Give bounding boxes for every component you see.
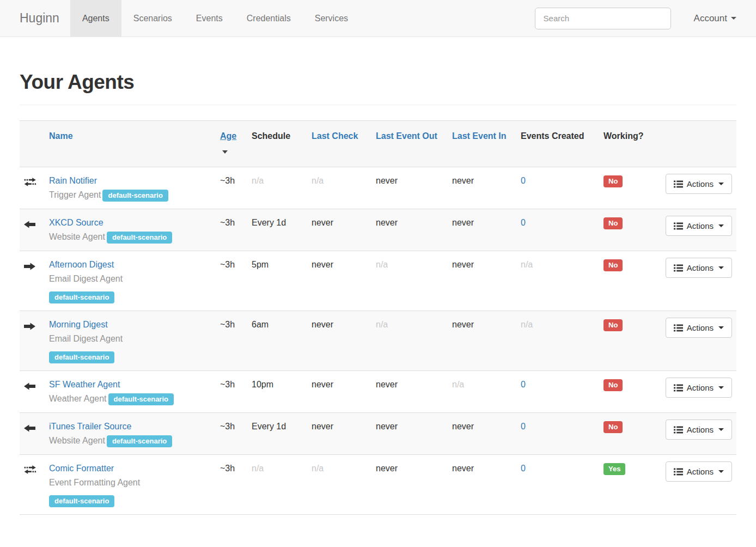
last-event-in-value: never xyxy=(452,422,474,431)
table-header-row: Name Age Schedule Last Check Last Event … xyxy=(20,121,736,167)
chevron-down-icon xyxy=(718,224,724,227)
events-created-value: n/a xyxy=(521,260,533,269)
main-nav: Agents Scenarios Events Credentials Serv… xyxy=(70,0,360,37)
working-status-badge: No xyxy=(603,259,623,271)
schedule-value: 6am xyxy=(252,320,269,329)
last-event-out-value: never xyxy=(376,176,398,185)
agent-type-label: Email Digest Agent xyxy=(49,334,123,343)
actions-button[interactable]: Actions xyxy=(666,420,732,440)
agent-name-link[interactable]: Afternoon Digest xyxy=(49,260,114,269)
arrow-right-icon xyxy=(24,320,35,335)
scenario-badge[interactable]: default-scenario xyxy=(102,190,168,202)
last-event-in-value: never xyxy=(452,464,474,473)
last-event-out-value: never xyxy=(376,218,398,227)
chevron-down-icon xyxy=(718,428,724,431)
actions-button[interactable]: Actions xyxy=(666,378,732,398)
agent-type-label: Website Agent xyxy=(49,436,105,445)
events-created-value: n/a xyxy=(521,320,533,329)
actions-button[interactable]: Actions xyxy=(666,174,732,194)
actions-button[interactable]: Actions xyxy=(666,461,732,482)
schedule-value: 5pm xyxy=(252,260,269,269)
arrow-left-icon xyxy=(24,380,35,394)
working-status-badge: Yes xyxy=(603,463,625,475)
agent-name-link[interactable]: XKCD Source xyxy=(49,218,103,227)
table-row: iTunes Trailer Source Website Agentdefau… xyxy=(20,413,736,455)
age-value: ~3h xyxy=(220,422,235,431)
events-created-value[interactable]: 0 xyxy=(521,422,526,431)
actions-button-label: Actions xyxy=(687,221,714,230)
events-created-value[interactable]: 0 xyxy=(521,176,526,185)
last-check-value: never xyxy=(312,380,333,389)
sort-age-link[interactable]: Age xyxy=(220,131,236,141)
agent-name-link[interactable]: iTunes Trailer Source xyxy=(49,422,131,431)
list-icon xyxy=(674,180,683,188)
agent-name-link[interactable]: Comic Formatter xyxy=(49,464,114,473)
age-value: ~3h xyxy=(220,464,235,473)
events-created-value[interactable]: 0 xyxy=(521,218,526,227)
table-row: XKCD Source Website Agentdefault-scenari… xyxy=(20,209,736,251)
nav-item-agents[interactable]: Agents xyxy=(70,0,121,37)
page-title: Your Agents xyxy=(20,71,736,105)
list-icon xyxy=(674,384,683,392)
age-value: ~3h xyxy=(220,260,235,269)
agent-name-link[interactable]: Morning Digest xyxy=(49,320,108,329)
sort-last-event-in-link[interactable]: Last Event In xyxy=(452,131,507,141)
table-row: Morning Digest Email Digest Agentdefault… xyxy=(20,311,736,371)
sort-last-event-out-link[interactable]: Last Event Out xyxy=(376,131,437,141)
table-row: Comic Formatter Event Formatting Agentde… xyxy=(20,455,736,515)
search-input[interactable] xyxy=(535,8,671,29)
arrow-right-icon xyxy=(24,260,35,275)
scenario-badge[interactable]: default-scenario xyxy=(108,393,174,405)
nav-item-events[interactable]: Events xyxy=(184,0,235,37)
age-value: ~3h xyxy=(220,218,235,227)
last-event-out-value: n/a xyxy=(376,260,388,269)
last-event-in-value: never xyxy=(452,320,474,329)
last-event-out-value: never xyxy=(376,380,398,389)
list-icon xyxy=(674,468,683,476)
last-check-value: never xyxy=(312,422,333,431)
account-dropdown[interactable]: Account xyxy=(694,13,736,24)
header-name: Name xyxy=(45,121,216,167)
nav-item-services[interactable]: Services xyxy=(303,0,360,37)
nav-item-scenarios[interactable]: Scenarios xyxy=(121,0,184,37)
account-label: Account xyxy=(694,13,727,24)
scenario-badge[interactable]: default-scenario xyxy=(107,435,172,447)
sort-last-check-link[interactable]: Last Check xyxy=(312,131,358,141)
table-row: Rain Notifier Trigger Agentdefault-scena… xyxy=(20,167,736,209)
last-event-out-value: never xyxy=(376,464,398,473)
actions-button[interactable]: Actions xyxy=(666,216,732,236)
agent-name-link[interactable]: Rain Notifier xyxy=(49,176,97,185)
transfer-icon xyxy=(24,464,36,478)
age-value: ~3h xyxy=(220,176,235,185)
actions-button[interactable]: Actions xyxy=(666,318,732,338)
age-value: ~3h xyxy=(220,320,235,329)
agent-type-label: Event Formatting Agent xyxy=(49,478,140,487)
scenario-badge[interactable]: default-scenario xyxy=(49,291,114,303)
agent-name-link[interactable]: SF Weather Agent xyxy=(49,380,120,389)
schedule-value: Every 1d xyxy=(252,218,286,227)
sort-name-link[interactable]: Name xyxy=(49,131,73,141)
actions-button-label: Actions xyxy=(687,263,714,272)
agent-type-label: Website Agent xyxy=(49,232,105,241)
last-event-in-value: never xyxy=(452,176,474,185)
brand-logo[interactable]: Huginn xyxy=(20,0,70,37)
agents-table: Name Age Schedule Last Check Last Event … xyxy=(20,120,736,515)
header-actions-col xyxy=(658,121,736,167)
actions-button[interactable]: Actions xyxy=(666,258,732,278)
transfer-icon xyxy=(24,177,36,191)
nav-item-credentials[interactable]: Credentials xyxy=(235,0,303,37)
last-event-in-value: never xyxy=(452,260,474,269)
actions-button-label: Actions xyxy=(687,467,714,476)
scenario-badge[interactable]: default-scenario xyxy=(49,495,114,507)
last-check-value: never xyxy=(312,320,333,329)
events-created-value[interactable]: 0 xyxy=(521,464,526,473)
chevron-down-icon xyxy=(731,17,736,20)
last-check-value: never xyxy=(312,218,333,227)
sort-direction-icon xyxy=(222,150,228,154)
header-age: Age xyxy=(216,121,247,167)
table-row: SF Weather Agent Weather Agentdefault-sc… xyxy=(20,371,736,413)
events-created-value[interactable]: 0 xyxy=(521,380,526,389)
scenario-badge[interactable]: default-scenario xyxy=(49,351,114,363)
scenario-badge[interactable]: default-scenario xyxy=(107,232,172,244)
arrow-left-icon xyxy=(24,218,35,233)
